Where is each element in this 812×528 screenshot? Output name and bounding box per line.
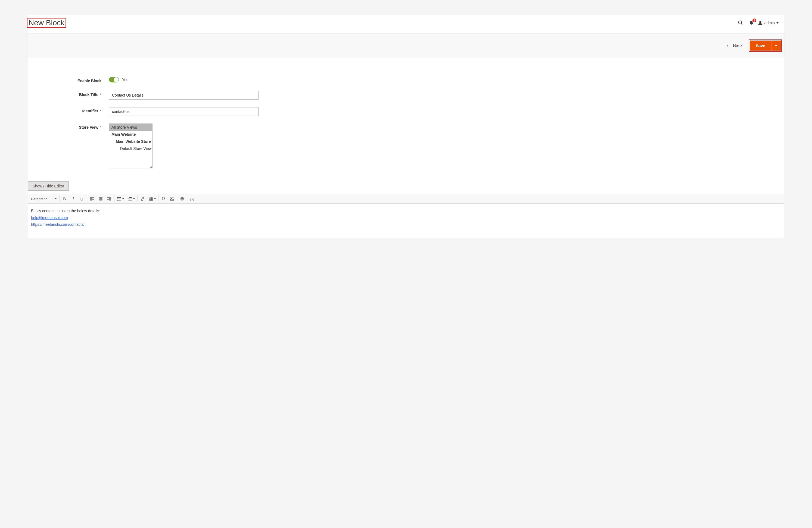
label-block-title: Block Title [79, 92, 98, 97]
align-right-button[interactable] [105, 195, 114, 203]
admin-panel: New Block 1 admin ← Back Save Enable B [27, 15, 785, 238]
svg-rect-18 [118, 199, 121, 199]
svg-point-19 [117, 200, 118, 201]
row-block-title: Block Title* [33, 91, 779, 100]
chevron-down-icon [122, 198, 124, 199]
italic-icon: I [72, 196, 74, 201]
svg-point-15 [117, 197, 118, 198]
svg-rect-16 [118, 197, 121, 198]
search-icon [738, 20, 743, 26]
svg-rect-20 [118, 200, 121, 200]
image-button[interactable] [168, 195, 176, 203]
store-option-main-website[interactable]: Main Website [109, 131, 152, 138]
notification-badge: 1 [753, 18, 756, 22]
save-button-group: Save [749, 40, 782, 52]
store-view-select[interactable]: All Store Views Main Website Main Websit… [109, 124, 153, 168]
bold-button[interactable]: B [60, 195, 69, 203]
italic-button[interactable]: I [69, 195, 77, 203]
underline-button[interactable]: U [77, 195, 86, 203]
bold-icon: B [63, 197, 66, 201]
svg-rect-26 [129, 200, 132, 200]
toggle-value-label: Yes [122, 77, 128, 82]
widget-icon [180, 197, 184, 201]
format-label: Paragraph [31, 197, 47, 201]
bullet-list-button[interactable] [115, 195, 126, 203]
label-enable-block: Enable Block [33, 77, 109, 83]
row-enable-block: Enable Block Yes [33, 77, 779, 83]
back-button[interactable]: ← Back [726, 43, 743, 48]
table-button[interactable] [147, 195, 158, 203]
variable-icon: {x} [190, 197, 194, 201]
align-center-icon [98, 197, 103, 201]
show-hide-editor-button[interactable]: Show / Hide Editor [28, 182, 69, 191]
store-option-all[interactable]: All Store Views [109, 124, 152, 131]
bullet-list-icon [117, 197, 121, 201]
action-bar: ← Back Save [27, 33, 785, 58]
svg-rect-27 [149, 197, 153, 200]
label-identifier: Identifier [82, 109, 98, 113]
svg-line-1 [741, 24, 742, 25]
chevron-down-icon [133, 198, 135, 199]
omega-icon: Ω [162, 196, 165, 201]
chevron-down-icon [55, 198, 57, 199]
svg-rect-24 [129, 199, 132, 199]
numbered-list-icon: 123 [128, 197, 132, 201]
underline-icon: U [81, 197, 84, 201]
chevron-down-icon [154, 198, 156, 199]
widget-button[interactable] [178, 195, 187, 203]
required-star: * [100, 92, 101, 97]
align-left-icon [90, 197, 94, 201]
toggle-switch [109, 77, 119, 82]
image-icon [170, 197, 174, 201]
svg-point-2 [759, 21, 762, 23]
store-option-default[interactable]: Default Store View [109, 145, 152, 152]
align-left-button[interactable] [88, 195, 96, 203]
svg-text:3: 3 [128, 199, 129, 201]
store-option-main-website-store[interactable]: Main Website Store [109, 138, 152, 145]
save-button[interactable]: Save [750, 41, 771, 51]
required-star: * [100, 109, 101, 113]
align-right-icon [107, 197, 112, 201]
required-star: * [100, 125, 101, 129]
label-store-view: Store View [79, 125, 98, 129]
editor-toolbar: Paragraph B I U [28, 194, 784, 204]
special-char-button[interactable]: Ω [159, 195, 168, 203]
user-menu[interactable]: admin [757, 20, 780, 25]
user-icon [758, 20, 763, 25]
block-title-input[interactable] [109, 91, 259, 100]
form: Enable Block Yes Block Title* Identifier… [27, 58, 785, 182]
svg-point-17 [117, 199, 118, 199]
notifications-button[interactable]: 1 [746, 17, 757, 28]
link-icon [140, 197, 145, 201]
row-store-view: Store View* All Store Views Main Website… [33, 124, 779, 168]
page-header: New Block 1 admin [27, 15, 785, 33]
chevron-down-icon [777, 22, 779, 24]
identifier-input[interactable] [109, 107, 259, 116]
page-title: New Block [27, 18, 66, 28]
svg-point-33 [171, 198, 172, 199]
format-select[interactable]: Paragraph [29, 195, 59, 203]
save-dropdown-button[interactable] [771, 41, 781, 51]
arrow-left-icon: ← [726, 43, 731, 48]
caret-down-icon [775, 45, 778, 46]
table-icon [149, 197, 153, 201]
editor-content[interactable]: Easily contact us using the below detail… [28, 204, 784, 232]
enable-block-toggle[interactable]: Yes [109, 77, 128, 82]
row-identifier: Identifier* [33, 107, 779, 116]
back-label: Back [733, 43, 743, 48]
wysiwyg-editor: Paragraph B I U [28, 194, 784, 232]
align-center-button[interactable] [96, 195, 105, 203]
user-name-label: admin [765, 21, 775, 25]
numbered-list-button[interactable]: 123 [126, 195, 137, 203]
link-button[interactable] [138, 195, 147, 203]
svg-rect-22 [129, 197, 132, 198]
svg-rect-32 [170, 197, 174, 200]
search-button[interactable] [735, 17, 746, 28]
editor-section: Show / Hide Editor Paragraph B I U [27, 182, 785, 238]
editor-link-email[interactable]: help@meetanshi.com [31, 215, 68, 220]
svg-point-0 [738, 21, 742, 24]
variable-button[interactable]: {x} [188, 195, 197, 203]
editor-link-url[interactable]: https://meetanshi.com/contacts/ [31, 222, 85, 227]
